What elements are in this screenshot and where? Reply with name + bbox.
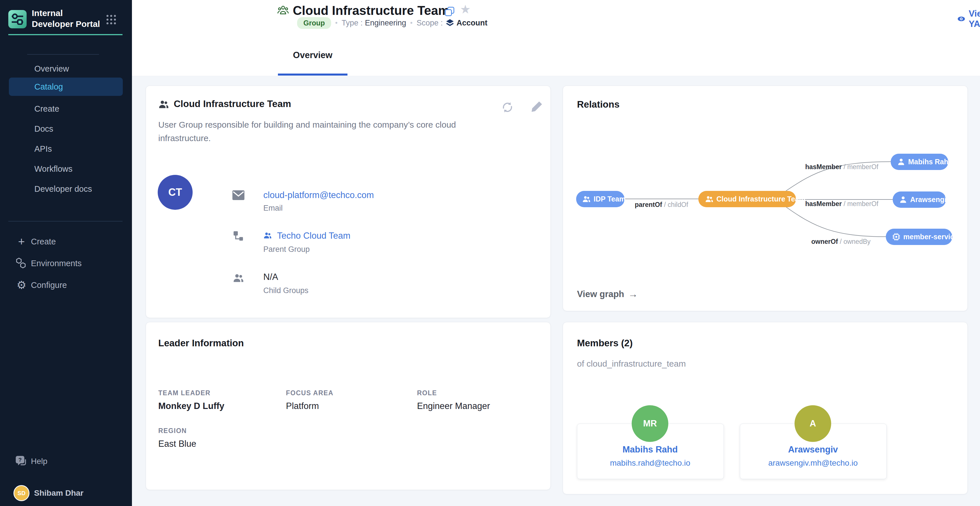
sidebar-divider xyxy=(8,221,123,221)
view-graph-link[interactable]: View graph → xyxy=(577,288,638,300)
leader-card-title: Leader Information xyxy=(158,338,244,348)
view-yaml-button[interactable]: View YAML xyxy=(958,9,980,29)
svg-text:IDP Team: IDP Team xyxy=(593,195,626,203)
svg-text:Mabihs Rahd: Mabihs Rahd xyxy=(908,158,953,166)
field-role: ROLE Engineer Manager xyxy=(417,389,490,411)
graph-node-cloud-infrastructure-team[interactable]: Cloud Infrastructure Team xyxy=(698,191,805,207)
sidebar: Internal Developer Portal Overview Catal… xyxy=(0,0,132,506)
svg-text:Arawsengiv: Arawsengiv xyxy=(910,196,950,204)
hierarchy-icon xyxy=(232,231,245,242)
team-avatar: CT xyxy=(158,175,192,210)
member-email-link[interactable]: arawsengiv.mh@techo.io xyxy=(740,458,886,468)
graph-node-mabihs-rahd[interactable]: Mabihs Rahd xyxy=(891,154,953,170)
help-chat-icon: ? xyxy=(15,455,28,467)
hexagons-icon xyxy=(15,257,28,270)
field-focus-area: FOCUS AREA Platform xyxy=(286,389,333,411)
sidebar-item-apis[interactable]: APIs xyxy=(9,140,123,158)
refresh-icon[interactable] xyxy=(501,101,514,114)
kind-badge: Group xyxy=(297,17,331,29)
svg-text:Cloud Infrastructure Team: Cloud Infrastructure Team xyxy=(716,195,805,203)
plus-icon: + xyxy=(15,236,28,247)
dot-separator: • xyxy=(410,19,412,27)
member-name-link[interactable]: Arawsengiv xyxy=(740,444,886,455)
app-root: Internal Developer Portal Overview Catal… xyxy=(0,0,980,506)
sidebar-item-docs[interactable]: Docs xyxy=(9,119,123,138)
app-logo xyxy=(8,10,27,28)
tab-active-indicator xyxy=(278,73,347,76)
sidebar-item-overview[interactable]: Overview xyxy=(9,59,123,78)
people-icon xyxy=(158,99,169,110)
email-icon xyxy=(232,190,245,200)
layers-icon xyxy=(445,19,454,27)
edge-label-parentof: parentOf / childOf xyxy=(635,201,688,208)
sidebar-item-create[interactable]: Create xyxy=(9,100,123,118)
sidebar-user[interactable]: SD Shibam Dhar xyxy=(0,484,132,503)
tab-bar: Overview xyxy=(132,35,980,76)
member-avatar: MR xyxy=(632,405,668,442)
sidebar-item-catalog[interactable]: Catalog xyxy=(9,78,123,96)
scope-value: Account xyxy=(457,19,487,27)
edge-label-hasmember-2: hasMember / memberOf xyxy=(805,200,878,207)
child-groups-value: N/A xyxy=(263,272,278,282)
people-icon xyxy=(232,272,245,284)
sidebar-action-create[interactable]: + Create xyxy=(0,232,132,251)
parent-group-link[interactable]: Techo Cloud Team xyxy=(263,231,350,242)
graph-node-idp-team[interactable]: IDP Team xyxy=(576,191,626,207)
sidebar-action-configure[interactable]: ⚙ Configure xyxy=(0,276,132,294)
sidebar-action-environments[interactable]: Environments xyxy=(0,254,132,272)
question-glyph: ? xyxy=(18,457,22,463)
graph-node-member-service[interactable]: member-service xyxy=(886,229,958,245)
sidebar-item-developer-docs[interactable]: Developer docs xyxy=(9,180,123,198)
type-value: Engineering xyxy=(365,19,406,27)
member-email-link[interactable]: mabihs.rahd@techo.io xyxy=(577,458,723,468)
app-title: Internal Developer Portal xyxy=(32,8,106,29)
edge-label-ownerof: ownerOf / ownedBy xyxy=(811,238,871,245)
child-groups-label: Child Groups xyxy=(263,286,309,295)
page-title: Cloud Infrastructure Team xyxy=(293,3,449,18)
team-email-link[interactable]: cloud-platform@techco.com xyxy=(263,190,374,200)
sidebar-help[interactable]: ? Help xyxy=(0,452,132,471)
user-avatar: SD xyxy=(13,485,29,501)
edit-pencil-icon[interactable] xyxy=(531,100,543,113)
sidebar-item-workflows[interactable]: Workflows xyxy=(9,160,123,178)
member-name-link[interactable]: Mabihs Rahd xyxy=(577,444,723,455)
members-subtitle: of cloud_infrastructure_team xyxy=(577,359,686,369)
team-description: User Group responsible for building and … xyxy=(158,118,490,145)
svg-text:member-service: member-service xyxy=(903,233,958,241)
member-avatar: A xyxy=(794,405,831,442)
type-label: Type : xyxy=(342,19,363,27)
entity-meta: Group • Type : Engineering • Scope : Acc… xyxy=(297,17,487,29)
field-region: REGION East Blue xyxy=(158,427,196,449)
tab-overview[interactable]: Overview xyxy=(278,35,347,76)
eye-icon xyxy=(958,14,965,23)
sidebar-divider xyxy=(27,54,99,55)
edge-label-hasmember-1: hasMember / memberOf xyxy=(805,163,878,170)
graph-node-arawsengiv[interactable]: Arawsengiv xyxy=(893,191,950,208)
relations-graph[interactable]: parentOf / childOf hasMember / memberOf … xyxy=(563,86,967,310)
field-team-leader: TEAM LEADER Monkey D Luffy xyxy=(158,389,224,411)
sidebar-accent-rule xyxy=(8,34,123,35)
about-card-title: Cloud Infrastructure Team xyxy=(174,99,291,109)
user-name: Shibam Dhar xyxy=(34,488,84,498)
email-label: Email xyxy=(263,204,283,213)
dot-separator: • xyxy=(335,19,337,27)
members-title: Members (2) xyxy=(577,338,633,348)
group-entity-icon xyxy=(277,5,289,16)
star-icon[interactable]: ★ xyxy=(460,2,471,16)
arrow-right-icon: → xyxy=(628,288,638,300)
mini-people-icon xyxy=(263,231,272,242)
copy-icon[interactable] xyxy=(444,6,455,17)
app-switcher-icon[interactable] xyxy=(107,15,116,24)
page-header: Cloud Infrastructure Team ★ Group • Type… xyxy=(132,0,980,35)
gear-icon: ⚙ xyxy=(15,279,28,291)
scope-label: Scope : xyxy=(417,19,443,27)
parent-group-label: Parent Group xyxy=(263,245,310,254)
